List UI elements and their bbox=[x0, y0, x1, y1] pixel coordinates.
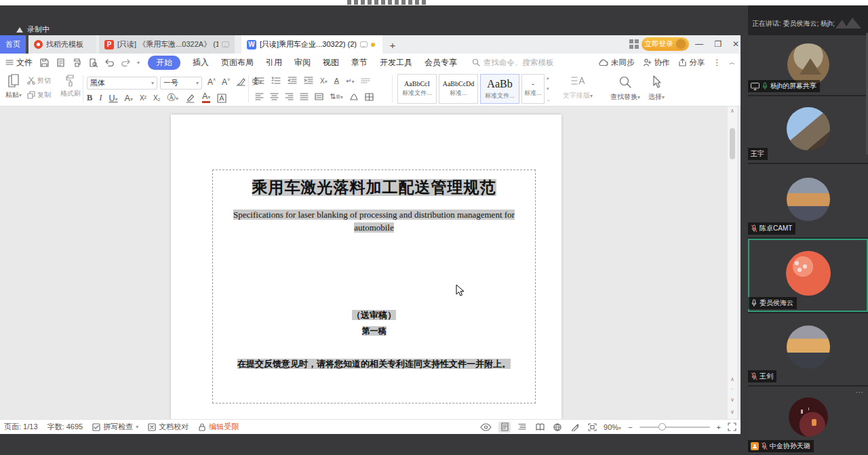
format-painter-button[interactable]: 格式刷 bbox=[58, 74, 83, 98]
highlight-color-icon[interactable] bbox=[185, 94, 195, 103]
document-canvas[interactable]: 乘用车激光落料加工配送管理规范 Specifications for laser… bbox=[0, 106, 741, 419]
asian-layout-button[interactable]: X▾ bbox=[320, 77, 328, 85]
collaborate-button[interactable]: 协作 bbox=[643, 58, 670, 68]
cut-button[interactable]: 剪切 bbox=[27, 76, 51, 85]
print-preview-icon[interactable] bbox=[88, 58, 98, 68]
style-card[interactable]: - 标准... bbox=[521, 74, 545, 104]
scroll-down-icon[interactable]: ∨ bbox=[728, 409, 737, 415]
undo-icon[interactable] bbox=[104, 58, 115, 67]
zoom-slider[interactable] bbox=[639, 427, 710, 428]
apps-grid-icon[interactable] bbox=[629, 39, 639, 49]
numbered-list-icon[interactable] bbox=[271, 77, 281, 85]
next-page-icon[interactable]: ∨ bbox=[728, 397, 737, 403]
font-color-button[interactable]: A▾ bbox=[202, 93, 210, 103]
ribbon-tab-dev-tools[interactable]: 开发工具 bbox=[380, 57, 412, 68]
participant-tile[interactable]: 杨jh的屏幕共享 bbox=[748, 35, 868, 95]
select-browse-icon[interactable]: ◦ bbox=[728, 387, 737, 391]
participant-tile[interactable]: ⋯ 中金协孙天璐 bbox=[748, 387, 868, 455]
underline-button[interactable]: U▾ bbox=[109, 94, 118, 103]
decrease-indent-icon[interactable] bbox=[288, 77, 297, 85]
italic-button[interactable]: I bbox=[99, 93, 102, 103]
fit-page-icon[interactable] bbox=[588, 423, 597, 431]
proofread-button[interactable]: 文档校对 bbox=[148, 422, 189, 432]
ribbon-tab-section[interactable]: 章节 bbox=[351, 57, 368, 68]
new-tab-button[interactable]: + bbox=[385, 37, 400, 52]
font-size-select[interactable]: 一号▾ bbox=[160, 77, 202, 90]
text-layout-button[interactable]: 文字排版▾ bbox=[563, 75, 593, 100]
decrease-font-button[interactable]: A˅ bbox=[222, 77, 230, 87]
home-tab[interactable]: 首页 bbox=[0, 35, 26, 54]
style-card-selected[interactable]: AaBb 标准文件... bbox=[480, 74, 519, 104]
page-view-button[interactable] bbox=[498, 422, 511, 433]
tab-docer-templates[interactable]: 找稻壳模板 bbox=[28, 35, 96, 54]
scrollbar-thumb[interactable] bbox=[730, 128, 735, 159]
quick-access-dropdown-icon[interactable]: ▾ bbox=[137, 60, 140, 66]
copy-button[interactable]: 复制 bbox=[27, 90, 51, 100]
paste-button[interactable]: 粘贴▾ bbox=[3, 74, 24, 100]
superscript-button[interactable]: X² bbox=[140, 94, 146, 102]
line-spacing-button[interactable]: ⇅≡▾ bbox=[330, 92, 343, 101]
increase-font-button[interactable]: A˄ bbox=[208, 77, 216, 87]
bullet-list-icon[interactable] bbox=[255, 77, 264, 85]
print-icon[interactable] bbox=[72, 58, 82, 68]
zoom-out-button[interactable]: − bbox=[628, 423, 632, 431]
edit-restricted-indicator[interactable]: 编辑受限 bbox=[198, 422, 239, 432]
close-button[interactable]: ✕ bbox=[730, 38, 742, 50]
zoom-in-button[interactable]: + bbox=[717, 423, 721, 431]
increase-indent-icon[interactable] bbox=[304, 77, 313, 85]
char-border-icon[interactable] bbox=[217, 94, 226, 103]
ribbon-tab-page-layout[interactable]: 页面布局 bbox=[221, 57, 254, 68]
styles-scroll-arrows[interactable]: ▴▾⌄ bbox=[547, 74, 551, 104]
distribute-icon[interactable] bbox=[315, 93, 323, 100]
collapse-ribbon-icon[interactable]: ︿ bbox=[729, 58, 735, 67]
ribbon-tab-view[interactable]: 视图 bbox=[323, 57, 339, 68]
formatting-marks-icon[interactable] bbox=[361, 77, 370, 85]
ribbon-tab-review[interactable]: 审阅 bbox=[294, 57, 311, 68]
scroll-up-icon[interactable]: ∧ bbox=[728, 108, 737, 114]
vertical-scrollbar[interactable]: ∧ ∧ ◦ ∨ ∨ bbox=[728, 106, 737, 419]
style-card[interactable]: AaBbCcDd 标准... bbox=[439, 74, 478, 104]
participant-tile[interactable]: 陈卓CAMT bbox=[748, 164, 868, 237]
text-direction-button[interactable]: A̲ bbox=[334, 77, 339, 85]
word-count[interactable]: 字数: 4695 bbox=[47, 422, 83, 432]
share-button[interactable]: 分享 bbox=[678, 58, 705, 68]
sync-status-button[interactable]: 未同步 bbox=[598, 58, 635, 68]
redo-icon[interactable] bbox=[121, 58, 131, 67]
shading-icon[interactable] bbox=[349, 93, 359, 101]
select-button[interactable]: 选择▾ bbox=[648, 75, 665, 102]
participant-tile[interactable]: 王剑 bbox=[748, 313, 868, 385]
font-name-select[interactable]: 黑体▾ bbox=[87, 77, 157, 90]
zoom-level[interactable]: 90%▾ bbox=[604, 423, 621, 431]
fullscreen-icon[interactable] bbox=[728, 422, 736, 431]
subscript-button[interactable]: X₂ bbox=[153, 94, 161, 102]
ink-edit-button[interactable] bbox=[569, 422, 581, 433]
justify-icon[interactable] bbox=[300, 93, 309, 100]
more-menu-icon[interactable]: ⋮ bbox=[713, 58, 722, 67]
read-view-button[interactable] bbox=[534, 422, 546, 433]
tab-writer-active[interactable]: W [只读]乘用车企业...30322) (2) bbox=[241, 35, 382, 54]
command-search[interactable]: 查找命令、搜索模板 bbox=[472, 58, 554, 68]
export-icon[interactable] bbox=[56, 58, 66, 68]
save-icon[interactable] bbox=[39, 58, 50, 68]
file-menu-button[interactable]: 文件 bbox=[0, 57, 39, 68]
bold-button[interactable]: B bbox=[87, 93, 92, 103]
ribbon-tab-insert[interactable]: 插入 bbox=[193, 57, 209, 68]
document-page[interactable]: 乘用车激光落料加工配送管理规范 Specifications for laser… bbox=[171, 115, 561, 419]
find-replace-button[interactable]: 查找替换▾ bbox=[610, 75, 640, 102]
restore-button[interactable]: ❐ bbox=[712, 38, 724, 50]
borders-icon[interactable] bbox=[365, 93, 374, 101]
prev-page-icon[interactable]: ∧ bbox=[728, 376, 737, 382]
ribbon-tab-member[interactable]: 会员专享 bbox=[425, 57, 457, 68]
clear-format-icon[interactable] bbox=[236, 77, 245, 86]
ribbon-tab-references[interactable]: 引用 bbox=[266, 57, 282, 68]
ribbon-tab-home[interactable]: 开始 bbox=[148, 56, 180, 70]
align-right-icon[interactable] bbox=[285, 93, 294, 100]
tile-more-icon[interactable]: ⋯ bbox=[856, 388, 864, 397]
text-effects-button[interactable]: A▾ bbox=[125, 94, 133, 103]
participant-tile-active-speaker[interactable]: 委员侯海云 bbox=[748, 239, 868, 312]
web-view-button[interactable] bbox=[551, 422, 564, 433]
tab-presentation-readonly[interactable]: P [只读] 《乘用车激...0322A》 (1) bbox=[99, 35, 235, 54]
outline-view-button[interactable] bbox=[516, 422, 528, 433]
align-left-icon[interactable] bbox=[255, 93, 264, 100]
wrap-button[interactable]: ↵▾ bbox=[346, 77, 354, 85]
